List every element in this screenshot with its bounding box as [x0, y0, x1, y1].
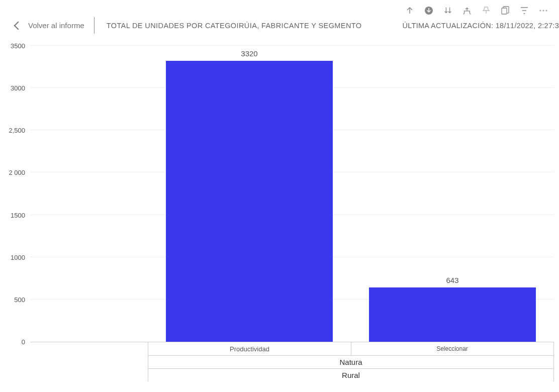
y-tick-label: 3500 — [11, 42, 30, 50]
hierarchy-icon[interactable] — [462, 6, 472, 15]
y-tick-label: 2,500 — [9, 127, 30, 134]
x-category-label: Productividad — [148, 342, 351, 355]
sort-icon[interactable] — [443, 6, 452, 15]
y-tick-label: 3000 — [11, 84, 30, 92]
bar[interactable]: 643 — [369, 287, 535, 342]
x-axis-group1-label: Natura — [148, 356, 553, 368]
x-separator — [351, 342, 351, 355]
chevron-left-icon — [14, 21, 23, 30]
back-to-report-button[interactable]: Volver al informe — [10, 21, 95, 30]
bar[interactable]: 3320 — [166, 61, 332, 342]
y-tick-label: 0 — [22, 338, 30, 346]
x-axis-group1-row: Natura — [148, 355, 554, 368]
chart-title: TOTAL DE UNIDADES POR CATEGOIRÚIA, FABRI… — [103, 22, 395, 30]
last-update: ÚLTIMA ACTUALIZACIÓN: 18/11/2022, 2:27:3 — [402, 22, 559, 30]
chart-header: Volver al informe TOTAL DE UNIDADES POR … — [0, 18, 559, 35]
y-tick-label: 2 000 — [9, 169, 30, 176]
svg-point-2 — [539, 10, 541, 11]
arrow-down-circle-icon[interactable] — [424, 6, 433, 15]
back-label: Volver al informe — [28, 21, 84, 30]
x-axis-categories-row: ProductividadSeleccionar — [148, 342, 554, 355]
arrow-up-icon[interactable] — [405, 6, 414, 15]
x-category-label: Seleccionar — [351, 342, 553, 355]
svg-point-3 — [542, 10, 544, 11]
bar-value-label: 643 — [446, 276, 458, 287]
plot-region: 0500100015002 0002,500300035003320643 — [30, 46, 554, 342]
x-axis-group2-row: Rural — [148, 368, 554, 381]
svg-point-4 — [545, 10, 547, 11]
y-tick-label: 1500 — [11, 211, 30, 219]
last-update-prefix: ÚLTIMA ACTUALIZACIÓN: — [402, 22, 493, 30]
copy-icon[interactable] — [501, 6, 510, 15]
svg-rect-1 — [502, 8, 507, 14]
x-axis: ProductividadSeleccionar Natura Rural — [148, 342, 554, 381]
chart-area: 0500100015002 0002,500300035003320643 Pr… — [0, 35, 559, 381]
y-tick-label: 500 — [14, 296, 30, 303]
chart-toolbar — [0, 0, 559, 18]
pin-icon[interactable] — [482, 6, 491, 15]
last-update-value: 18/11/2022, 2:27:3 — [496, 22, 559, 30]
x-axis-group2-label: Rural — [148, 369, 553, 381]
gridline — [30, 45, 554, 46]
bar-value-label: 3320 — [241, 49, 257, 61]
more-icon[interactable] — [539, 6, 548, 15]
filter-icon[interactable] — [520, 6, 529, 15]
y-tick-label: 1000 — [11, 253, 30, 261]
